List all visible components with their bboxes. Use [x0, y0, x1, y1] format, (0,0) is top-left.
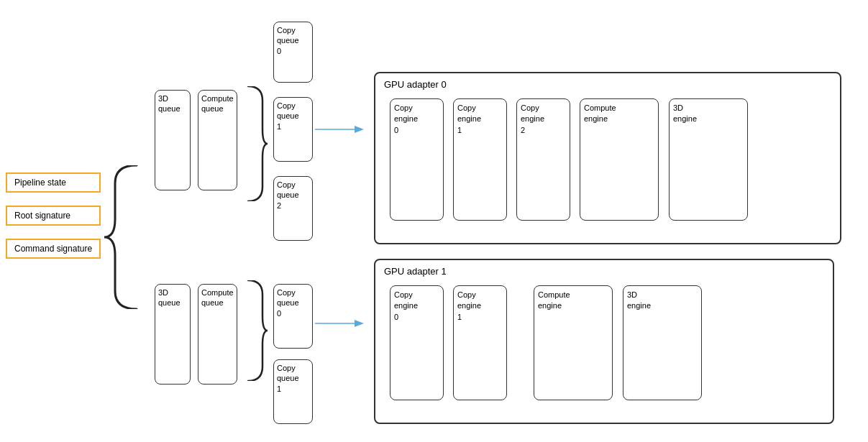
bottom-copy-queue-1: Copy queue 1: [273, 359, 313, 424]
adapter1-compute-engine: Compute engine: [534, 285, 613, 400]
adapter0-copy-engine-0: Copy engine 0: [390, 98, 444, 221]
top-copy-queue-2: Copy queue 2: [273, 176, 313, 241]
adapter1-3d-engine: 3D engine: [623, 285, 702, 400]
diagram: Pipeline state Root signature Command si…: [0, 0, 868, 442]
gpu-adapter-1-title: GPU adapter 1: [384, 266, 447, 277]
svg-marker-3: [355, 320, 364, 327]
adapter0-copy-engine-2: Copy engine 2: [516, 98, 570, 221]
gpu-adapter-1: GPU adapter 1 Copy engine 0 Copy engine …: [374, 259, 834, 424]
top-3d-queue: 3D queue: [155, 90, 191, 190]
legend: Pipeline state Root signature Command si…: [6, 172, 101, 259]
legend-pipeline-state: Pipeline state: [6, 172, 101, 193]
legend-command-signature: Command signature: [6, 239, 101, 259]
brace-icon: [101, 165, 144, 309]
top-brace-icon: [245, 86, 270, 201]
svg-marker-1: [355, 126, 364, 133]
gpu-adapter-0: GPU adapter 0 Copy engine 0 Copy engine …: [374, 72, 841, 244]
adapter1-copy-engine-1: Copy engine 1: [453, 285, 507, 400]
gpu-adapter-0-title: GPU adapter 0: [384, 79, 447, 90]
top-compute-queue: Compute queue: [198, 90, 237, 190]
bottom-brace-icon: [245, 280, 270, 381]
bottom-3d-queue: 3D queue: [155, 284, 191, 385]
adapter1-copy-engine-0: Copy engine 0: [390, 285, 444, 400]
bottom-arrow: [315, 316, 365, 331]
adapter0-3d-engine: 3D engine: [669, 98, 748, 221]
bottom-copy-queue-0: Copy queue 0: [273, 284, 313, 349]
top-copy-queue-0: Copy queue 0: [273, 22, 313, 83]
bottom-compute-queue: Compute queue: [198, 284, 237, 385]
legend-root-signature: Root signature: [6, 206, 101, 226]
adapter0-copy-engine-1: Copy engine 1: [453, 98, 507, 221]
adapter0-compute-engine: Compute engine: [580, 98, 659, 221]
top-arrow: [315, 122, 365, 137]
top-copy-queue-1: Copy queue 1: [273, 97, 313, 162]
